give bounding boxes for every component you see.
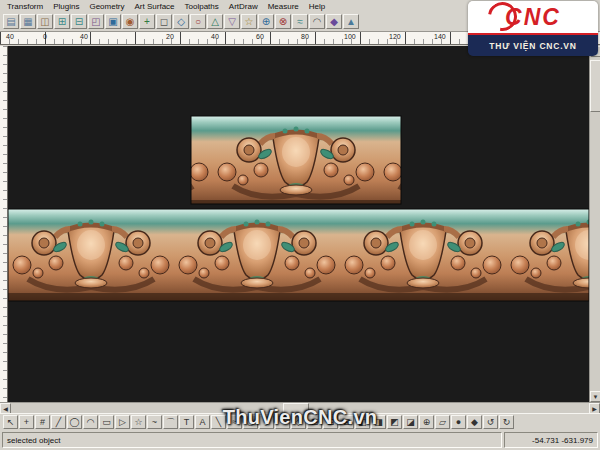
top-toolbar-icon[interactable]: ▽ (224, 14, 240, 29)
menu-item[interactable]: Toolpaths (180, 2, 224, 11)
top-toolbar-icon[interactable]: ▦ (20, 14, 36, 29)
ruler-number: 60 (256, 33, 264, 40)
top-toolbar-icon[interactable]: ◇ (173, 14, 189, 29)
scroll-down-icon[interactable]: ▼ (590, 391, 600, 402)
bottom-toolbar-icon[interactable]: ◆ (467, 415, 482, 429)
top-toolbar-icon[interactable]: △ (207, 14, 223, 29)
ruler-number: 120 (389, 33, 401, 40)
menu-item[interactable]: Geometry (84, 2, 129, 11)
top-toolbar-icon[interactable]: ☆ (241, 14, 257, 29)
top-toolbar-icon[interactable]: ⊞ (54, 14, 70, 29)
horizontal-scrollbar[interactable]: ◀ ▶ (0, 402, 600, 413)
top-toolbar-icon[interactable]: ◉ (122, 14, 138, 29)
bottom-toolbar-icon[interactable]: ↖ (3, 415, 18, 429)
ruler-number: 0 (43, 33, 47, 40)
bottom-toolbar-icon[interactable]: ◪ (403, 415, 418, 429)
top-toolbar-icon[interactable]: ◻ (156, 14, 172, 29)
bottom-toolbar-icon[interactable]: ⊠ (339, 415, 354, 429)
bottom-toolbar-icon[interactable]: ☆ (131, 415, 146, 429)
bottom-toolbar-icon[interactable]: ◠ (83, 415, 98, 429)
bottom-toolbar-icon[interactable]: ◯ (67, 415, 82, 429)
ruler-number: 80 (301, 33, 309, 40)
model-canvas[interactable] (8, 46, 589, 402)
bottom-toolbar-icon[interactable]: ◞ (259, 415, 274, 429)
relief-small[interactable] (191, 116, 401, 204)
ruler-number: 40 (6, 33, 14, 40)
bottom-toolbar-icon[interactable]: ● (451, 415, 466, 429)
top-toolbar-icon[interactable]: ▲ (343, 14, 359, 29)
bottom-toolbar-icon[interactable]: ↺ (483, 415, 498, 429)
menu-item[interactable]: Help (304, 2, 330, 11)
logo-tagline-text: THƯ VIỆN CNC.VN (489, 41, 577, 51)
cnc-logo: CNC THƯ VIỆN CNC.VN (468, 1, 598, 56)
status-bar: selected object -54.731 -631.979 (0, 430, 600, 450)
ruler-number: 40 (211, 33, 219, 40)
menu-item[interactable]: Plugins (48, 2, 84, 11)
top-toolbar-icon[interactable]: + (139, 14, 155, 29)
menu-item[interactable]: Measure (263, 2, 304, 11)
top-toolbar: ▤ ▦ ◫ ⊞ ⊟ ◰ ▣ ◉ + ◻ ◇ ○ △ ▽ ☆ ⊕ (0, 12, 468, 31)
canvas-area: ▲ ▼ (0, 46, 600, 402)
bottom-toolbar-icon[interactable]: T (179, 415, 194, 429)
bottom-toolbar-icon[interactable]: ◇ (291, 415, 306, 429)
bottom-toolbar-icon[interactable]: ◩ (387, 415, 402, 429)
relief-large[interactable] (8, 209, 589, 301)
ruler-number: 100 (344, 33, 356, 40)
logo-tagline: THƯ VIỆN CNC.VN (468, 33, 598, 56)
vertical-scroll-thumb[interactable] (590, 60, 600, 112)
bottom-toolbar-icon[interactable]: ◧ (355, 415, 370, 429)
ruler-number: 140 (434, 33, 446, 40)
bottom-toolbar-icon[interactable]: + (19, 415, 34, 429)
top-toolbar-icon[interactable]: ⊗ (275, 14, 291, 29)
bottom-toolbar-icon[interactable]: ╲ (211, 415, 226, 429)
top-toolbar-icon[interactable]: ○ (190, 14, 206, 29)
app-window: Transform Plugins Geometry Art Surface T… (0, 0, 600, 450)
menu-item[interactable]: ArtDraw (224, 2, 263, 11)
bottom-toolbar-icon[interactable]: ▭ (99, 415, 114, 429)
relief-viewport[interactable] (8, 46, 589, 402)
top-toolbar-icon[interactable]: ⊟ (71, 14, 87, 29)
bottom-toolbar-icon[interactable]: ≈ (227, 415, 242, 429)
bottom-toolbar-icon[interactable]: ~ (147, 415, 162, 429)
bottom-toolbar-icon[interactable]: ╱ (51, 415, 66, 429)
cnc-logo-mark: CNC (468, 1, 598, 33)
menu-item[interactable]: Transform (2, 2, 48, 11)
bottom-toolbar-icon[interactable]: A (195, 415, 210, 429)
bottom-toolbar-icon[interactable]: # (35, 415, 50, 429)
status-message: selected object (2, 432, 502, 448)
cursor-coordinates: -54.731 -631.979 (504, 432, 598, 448)
bottom-toolbar-icon[interactable]: ⌒ (163, 415, 178, 429)
vertical-ruler (0, 46, 8, 402)
bottom-toolbar-icon[interactable]: ◜ (275, 415, 290, 429)
vertical-scrollbar[interactable]: ▲ ▼ (589, 46, 600, 402)
ruler-number: 20 (166, 33, 174, 40)
top-toolbar-icon[interactable]: ▤ (3, 14, 19, 29)
ruler-number: 40 (80, 33, 88, 40)
top-toolbar-icon[interactable]: ◠ (309, 14, 325, 29)
top-toolbar-icon[interactable]: ≈ (292, 14, 308, 29)
bottom-toolbar: ↖ + # ╱ ◯ ◠ ▭ ▷ ☆ ~ ⌒ T A ╲ ≈ ◡ (0, 413, 600, 430)
bottom-toolbar-icon[interactable]: ▷ (115, 415, 130, 429)
menu-item[interactable]: Art Surface (130, 2, 180, 11)
top-toolbar-icon[interactable]: ◫ (37, 14, 53, 29)
logo-brand-text: CNC (505, 6, 561, 29)
top-toolbar-icon[interactable]: ⊕ (258, 14, 274, 29)
top-toolbar-icon[interactable]: ▣ (105, 14, 121, 29)
bottom-toolbar-icon[interactable]: ↻ (499, 415, 514, 429)
bottom-toolbar-icon[interactable]: ⊕ (419, 415, 434, 429)
bottom-toolbar-icon[interactable]: ⊟ (323, 415, 338, 429)
bottom-toolbar-icon[interactable]: ◨ (371, 415, 386, 429)
bottom-toolbar-icon[interactable]: ◡ (243, 415, 258, 429)
bottom-toolbar-icon[interactable]: ▱ (435, 415, 450, 429)
bottom-toolbar-icon[interactable]: ⊞ (307, 415, 322, 429)
top-toolbar-icon[interactable]: ◆ (326, 14, 342, 29)
top-toolbar-icon[interactable]: ◰ (88, 14, 104, 29)
